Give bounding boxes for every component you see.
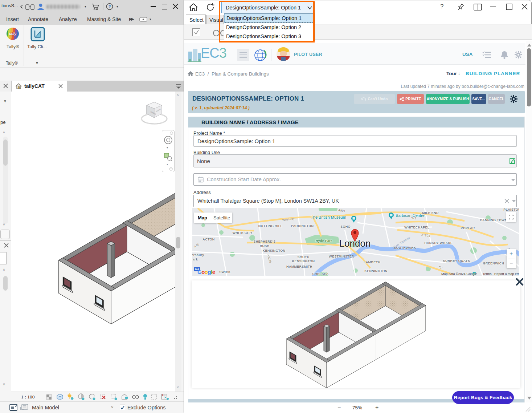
- navbar-caret1-icon[interactable]: ▾: [167, 146, 168, 149]
- worksets-status-icon[interactable]: [9, 404, 17, 411]
- project-name-input[interactable]: DesignOptionsSample: Option 1: [193, 135, 517, 147]
- viewport-scroll-thumb[interactable]: [176, 237, 180, 248]
- panel-minimize-button[interactable]: [490, 7, 496, 7]
- report-bugs-button[interactable]: Report Bugs & Feedback: [452, 391, 514, 404]
- window-maximize-button[interactable]: [162, 4, 167, 9]
- palette2-close-icon[interactable]: [4, 243, 9, 248]
- viewport-scrollbar[interactable]: ˄ ˅: [175, 92, 181, 392]
- ribbon-tab-massing[interactable]: Massing & Site: [87, 17, 121, 22]
- ec3-scrollbar[interactable]: [526, 41, 532, 402]
- ribbon-tab-annotate[interactable]: Annotate: [28, 17, 48, 22]
- palette-close-icon[interactable]: [3, 83, 8, 89]
- title-gear-icon[interactable]: [510, 95, 517, 103]
- view-control-icons[interactable]: [46, 393, 180, 401]
- tour-value[interactable]: BUILDING PLANNER: [466, 71, 520, 76]
- map-report-error[interactable]: Report a map error: [494, 272, 519, 276]
- address-field[interactable]: Whitehall Trafalgar Square (Stop M), Lon…: [193, 195, 517, 207]
- palette-scroll-down-icon[interactable]: ˅: [3, 223, 5, 227]
- navbar-caret2-icon[interactable]: ▾: [167, 163, 168, 166]
- doc-tab-tallycat[interactable]: tallyCAT: [12, 81, 67, 92]
- design-options-status-icon[interactable]: [20, 404, 28, 411]
- revit-viewport[interactable]: FRONT RIGHT ▾ ▾: [11, 92, 175, 392]
- palette-button[interactable]: [0, 230, 10, 239]
- bell-icon[interactable]: [500, 50, 508, 59]
- palette-scroll-up-icon[interactable]: ˄: [3, 131, 5, 134]
- ribbon-tab-analyze[interactable]: Analyze: [59, 17, 77, 22]
- user-account-icon[interactable]: [37, 3, 45, 11]
- qat-back-icon[interactable]: [20, 5, 24, 9]
- settings-gear-icon[interactable]: [515, 51, 522, 58]
- steering-wheel-icon[interactable]: [164, 135, 173, 145]
- navbar-close-icon[interactable]: [170, 131, 173, 135]
- view-scale[interactable]: 1 : 100: [21, 394, 35, 400]
- breadcrumb-home[interactable]: EC3: [195, 71, 205, 77]
- zoom-out-button[interactable]: −: [337, 405, 341, 411]
- breadcrumb-page[interactable]: Plan & Compare Buildings: [212, 71, 269, 77]
- viewport-scroll-up-icon[interactable]: ˄: [177, 93, 179, 97]
- window-close-button[interactable]: [173, 4, 178, 9]
- user-caret-icon[interactable]: ▾: [85, 5, 86, 8]
- map-button[interactable]: Map: [198, 215, 207, 220]
- map-fullscreen-button[interactable]: [506, 212, 516, 222]
- address-caret-icon[interactable]: [512, 200, 516, 203]
- cant-undo-button[interactable]: Can't Undo: [354, 94, 395, 104]
- building-use-field[interactable]: None: [193, 154, 517, 167]
- search-binoculars-icon[interactable]: [25, 3, 35, 11]
- tally-climate-button[interactable]: [30, 27, 45, 41]
- panel-home-icon[interactable]: [189, 3, 198, 12]
- breadcrumb-home-icon[interactable]: [188, 71, 193, 76]
- panel-maximize-button[interactable]: [506, 4, 512, 10]
- checklist-icon[interactable]: [482, 51, 491, 58]
- ribbon-toggle-icon[interactable]: [139, 17, 147, 22]
- ec3-scroll-down-icon[interactable]: [527, 397, 531, 400]
- tally-panel-caret-icon[interactable]: ▼: [35, 61, 39, 65]
- tab-list-icon[interactable]: [176, 84, 181, 89]
- save-button[interactable]: SAVE...: [471, 94, 486, 104]
- exclude-options-checkbox[interactable]: [120, 405, 125, 410]
- navbar-minus-icon[interactable]: [169, 167, 173, 171]
- date-caret-icon[interactable]: [511, 178, 516, 182]
- panel-dock-icon[interactable]: [474, 4, 482, 11]
- image-close-icon[interactable]: [516, 278, 524, 286]
- resize-grip[interactable]: [525, 407, 531, 412]
- help-icon[interactable]: ?: [106, 3, 114, 11]
- main-model-caret-icon[interactable]: ˅: [111, 405, 113, 409]
- cchange-globe-icon[interactable]: [253, 48, 267, 62]
- satellite-button[interactable]: Satellite: [213, 215, 230, 220]
- hamburger-menu-button[interactable]: [237, 49, 249, 61]
- zoom-tool-icon[interactable]: [164, 153, 172, 161]
- anonymize-publish-button[interactable]: ANONYMIZE & PUBLISH: [426, 94, 470, 104]
- pilot-user-avatar[interactable]: [277, 47, 290, 61]
- doc-tab-close-icon[interactable]: [58, 84, 63, 89]
- palette2-scroll-down-icon[interactable]: ˅: [3, 383, 5, 386]
- viewcube[interactable]: FRONT RIGHT: [141, 100, 170, 128]
- country-selector[interactable]: USA: [462, 52, 473, 57]
- map-zoom-in[interactable]: +: [510, 251, 513, 257]
- tab-select[interactable]: Select: [186, 15, 206, 24]
- panel-close-button[interactable]: [521, 4, 528, 10]
- help-caret-icon[interactable]: ▾: [116, 5, 118, 8]
- cancel-button[interactable]: CANCEL: [488, 94, 505, 104]
- zoom-in-button[interactable]: +: [375, 405, 378, 410]
- panel-refresh-icon[interactable]: [206, 3, 215, 12]
- navigation-bar[interactable]: ▾ ▾: [162, 130, 175, 172]
- ec3-logo-text[interactable]: EC3: [201, 46, 226, 60]
- map-zoom-control[interactable]: + −: [507, 249, 516, 268]
- main-model-selector[interactable]: Main Model: [32, 405, 59, 410]
- ribbon-toggle-caret-icon[interactable]: ▾: [150, 18, 151, 21]
- map-zoom-out[interactable]: −: [510, 260, 513, 266]
- palette2-scroll-thumb[interactable]: [3, 276, 8, 291]
- map-terms[interactable]: Terms: [483, 272, 492, 276]
- palette-caret-icon[interactable]: ▼: [3, 100, 7, 103]
- pilot-user-label[interactable]: PILOT USER: [294, 52, 322, 57]
- window-minimize-button[interactable]: [151, 6, 156, 7]
- ec3-scroll-up-icon[interactable]: [527, 44, 531, 46]
- palette-scroll-thumb[interactable]: [3, 139, 8, 166]
- ec3-scroll-thumb[interactable]: [527, 48, 531, 106]
- building-use-edit-icon[interactable]: [509, 158, 516, 164]
- palette2-scroll-up-icon[interactable]: ˄: [3, 268, 5, 272]
- address-clear-icon[interactable]: [504, 199, 509, 203]
- cart-icon[interactable]: [91, 3, 100, 11]
- google-map[interactable]: The British MuseumBarbican CentreNOTTING…: [192, 208, 519, 276]
- ec3-logo-icon[interactable]: [188, 47, 201, 62]
